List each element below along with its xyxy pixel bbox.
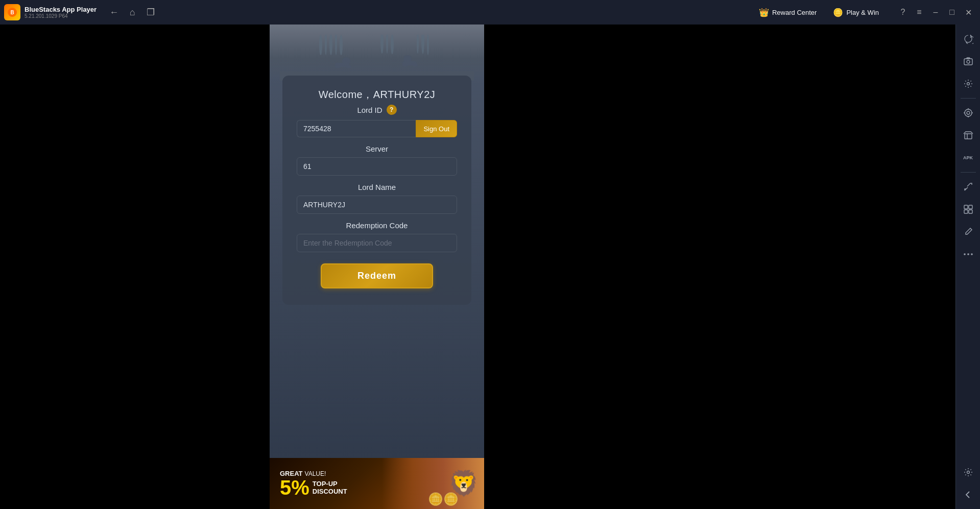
svg-point-7 xyxy=(380,35,384,54)
back-button[interactable]: ← xyxy=(106,4,122,20)
sidebar: APK xyxy=(955,25,980,509)
lord-id-input[interactable] xyxy=(297,120,416,137)
svg-text:B: B xyxy=(10,10,14,15)
sidebar-bottom-settings-button[interactable] xyxy=(958,462,978,482)
sidebar-edit-button[interactable] xyxy=(958,222,978,242)
crown-icon: 👑 xyxy=(759,8,769,17)
svg-point-39 xyxy=(967,253,969,255)
svg-rect-36 xyxy=(964,210,968,213)
svg-point-6 xyxy=(340,35,343,55)
titlebar-left: B BlueStacks App Player 5.21.201.1029 P6… xyxy=(4,4,159,20)
sidebar-rotate-button[interactable] xyxy=(958,29,978,49)
titlebar-right: 👑 Reward Center 🪙 Play & Win ? ≡ – □ ✕ xyxy=(755,5,976,20)
lord-id-help-icon[interactable]: ? xyxy=(387,105,397,115)
svg-rect-15 xyxy=(335,65,340,68)
svg-point-2 xyxy=(319,35,322,55)
top-decoration xyxy=(270,25,484,81)
svg-point-11 xyxy=(421,35,424,54)
svg-point-10 xyxy=(417,35,419,54)
svg-point-5 xyxy=(335,35,337,55)
sidebar-package-button[interactable] xyxy=(958,125,978,146)
sidebar-resize-button[interactable] xyxy=(958,177,978,197)
svg-rect-22 xyxy=(964,59,972,65)
main-area: Welcome，ARTHURY2J Lord ID ? Sign Out Ser… xyxy=(0,25,980,509)
coin-icon: 🪙 xyxy=(833,8,843,17)
banner-discount: DISCOUNT xyxy=(313,488,347,495)
svg-rect-19 xyxy=(402,64,408,66)
redemption-card: Welcome，ARTHURY2J Lord ID ? Sign Out Ser… xyxy=(282,76,471,305)
redeem-button[interactable]: Redeem xyxy=(321,263,433,288)
lord-id-input-row: Sign Out xyxy=(297,120,457,137)
sidebar-more-button[interactable] xyxy=(958,244,978,264)
lord-id-label: Lord ID xyxy=(357,106,382,114)
svg-point-8 xyxy=(386,35,388,54)
content-row: Welcome，ARTHURY2J Lord ID ? Sign Out Ser… xyxy=(0,25,980,509)
app-version: 5.21.201.1029 P64 xyxy=(25,13,97,19)
lord-id-row: Lord ID ? xyxy=(357,105,396,115)
sidebar-back-button[interactable] xyxy=(958,484,978,505)
svg-rect-35 xyxy=(969,205,972,209)
reward-center-label: Reward Center xyxy=(772,9,817,16)
svg-point-12 xyxy=(427,35,429,55)
svg-rect-37 xyxy=(969,210,972,213)
minimize-button[interactable]: – xyxy=(928,5,943,20)
promo-banner[interactable]: GREAT VALUE! 5% TOP-UP DISCOUNT 🦁 🪙🪙 xyxy=(270,458,484,509)
app-title-group: BlueStacks App Player 5.21.201.1029 P64 xyxy=(25,6,97,19)
app-title: BlueStacks App Player xyxy=(25,6,97,13)
titlebar-nav: ← ⌂ ❐ xyxy=(106,4,159,20)
help-button[interactable]: ? xyxy=(895,5,911,20)
maximize-button[interactable]: □ xyxy=(944,5,960,20)
svg-rect-20 xyxy=(413,64,418,66)
sidebar-screenshot-button[interactable] xyxy=(958,51,978,71)
lord-name-label: Lord Name xyxy=(358,183,396,191)
play-win-label: Play & Win xyxy=(846,9,879,16)
svg-point-27 xyxy=(967,111,970,114)
banner-percent: 5% xyxy=(280,477,309,498)
svg-rect-16 xyxy=(346,65,351,68)
svg-point-23 xyxy=(967,60,970,63)
svg-rect-32 xyxy=(965,134,972,139)
play-win-button[interactable]: 🪙 Play & Win xyxy=(829,6,883,19)
svg-point-25 xyxy=(967,83,969,85)
close-button[interactable]: ✕ xyxy=(961,5,976,20)
left-panel xyxy=(0,25,270,509)
svg-point-40 xyxy=(971,253,973,255)
server-input xyxy=(297,157,457,176)
banner-topup: TOP-UP xyxy=(313,480,347,488)
sidebar-apk-button[interactable]: APK xyxy=(958,148,978,168)
home-button[interactable]: ⌂ xyxy=(124,4,140,20)
sidebar-divider-2 xyxy=(961,172,976,173)
svg-point-9 xyxy=(391,35,394,54)
sidebar-settings-button[interactable] xyxy=(958,74,978,94)
sidebar-target-button[interactable] xyxy=(958,103,978,123)
svg-point-3 xyxy=(325,35,327,55)
sign-out-button[interactable]: Sign Out xyxy=(416,120,457,137)
redemption-code-label: Redemption Code xyxy=(346,221,408,230)
titlebar-actions: ? ≡ – □ ✕ xyxy=(895,5,976,20)
titlebar: B BlueStacks App Player 5.21.201.1029 P6… xyxy=(0,0,980,25)
svg-rect-34 xyxy=(964,205,968,209)
multi-instance-button[interactable]: ❐ xyxy=(142,4,159,20)
svg-point-41 xyxy=(967,471,969,474)
welcome-text: Welcome，ARTHURY2J xyxy=(319,88,436,102)
banner-text: GREAT VALUE! 5% TOP-UP DISCOUNT xyxy=(280,470,347,498)
reward-center-button[interactable]: 👑 Reward Center xyxy=(755,6,821,19)
svg-point-38 xyxy=(964,253,966,255)
redemption-code-input[interactable] xyxy=(297,234,457,252)
sidebar-divider-1 xyxy=(961,98,976,99)
svg-point-26 xyxy=(965,109,972,116)
svg-rect-24 xyxy=(967,58,970,59)
sidebar-multi-button[interactable] xyxy=(958,199,978,220)
banner-coins-decoration: 🪙🪙 xyxy=(428,492,459,506)
menu-button[interactable]: ≡ xyxy=(912,5,927,20)
server-label: Server xyxy=(366,144,388,153)
app-logo: B xyxy=(4,4,20,20)
right-game-area xyxy=(484,25,955,509)
svg-point-4 xyxy=(329,35,332,55)
center-panel: Welcome，ARTHURY2J Lord ID ? Sign Out Ser… xyxy=(270,25,484,509)
lord-name-input xyxy=(297,196,457,214)
